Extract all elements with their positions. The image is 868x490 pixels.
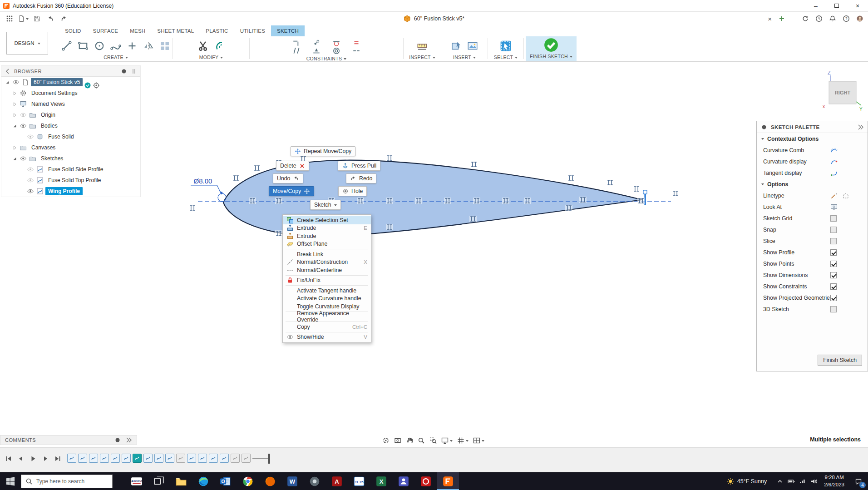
visibility-eye-icon[interactable]: [20, 155, 27, 162]
browser-item-named-views[interactable]: Named Views: [1, 99, 140, 109]
group-label-constraints[interactable]: CONSTRAINTS: [306, 56, 347, 61]
group-label-modify[interactable]: MODIFY: [199, 54, 223, 60]
tool-measure-button[interactable]: [417, 40, 428, 51]
context-menu-item-fix-unfix[interactable]: Fix/UnFix: [283, 277, 371, 285]
move-copy-button[interactable]: Move/Copy: [269, 186, 314, 196]
file-menu-button[interactable]: [17, 13, 29, 25]
timeline-feature-1[interactable]: [67, 454, 76, 463]
sync-icon[interactable]: [84, 82, 91, 89]
help-icon[interactable]: ?: [843, 15, 850, 22]
timeline-feature-4[interactable]: [100, 454, 109, 463]
browser-grip-icon[interactable]: [130, 68, 138, 75]
constraint-glyph[interactable]: [633, 186, 640, 192]
visibility-eye-icon[interactable]: [20, 111, 27, 119]
timeline-feature-8[interactable]: [143, 454, 153, 463]
constraint-glyph[interactable]: [470, 161, 478, 168]
constraint-glyph[interactable]: [386, 198, 393, 204]
browser-item-origin[interactable]: Origin: [1, 109, 140, 120]
tool-trim-button[interactable]: [197, 40, 208, 51]
constraint-glyph[interactable]: [386, 155, 393, 161]
constraint-glyph[interactable]: [275, 198, 282, 204]
browser-options-icon[interactable]: [120, 68, 128, 75]
visibility-eye-icon[interactable]: [27, 188, 34, 195]
nav-pan-button[interactable]: [406, 437, 413, 444]
constraint-glyph[interactable]: [637, 198, 645, 204]
3d-sketch-checkbox[interactable]: [830, 306, 837, 312]
constraint-glyph[interactable]: [189, 205, 196, 211]
tool-circle-button[interactable]: [94, 40, 105, 51]
constraint-glyph[interactable]: [232, 175, 240, 181]
palette-section-contextual-options[interactable]: Contextual Options: [757, 133, 868, 144]
browser-header[interactable]: BROWSER: [1, 66, 140, 77]
group-label-finish-sketch[interactable]: FINISH SKETCH: [530, 54, 572, 59]
taskbar-app-taskview[interactable]: [148, 472, 170, 490]
timeline-feature-14[interactable]: [209, 454, 218, 463]
timeline-feature-16[interactable]: [231, 454, 240, 463]
expander-icon[interactable]: [12, 156, 18, 162]
tool-canvas-button[interactable]: [467, 40, 478, 51]
timeline-feature-5[interactable]: [111, 454, 120, 463]
tl-next-button[interactable]: [40, 454, 50, 464]
taskbar-app-firefox[interactable]: [259, 472, 281, 490]
taskbar-app-fusion[interactable]: [437, 472, 459, 490]
constraint-glyph[interactable]: [473, 198, 480, 204]
tl-prev-button[interactable]: [16, 454, 26, 464]
timeline-feature-7[interactable]: [133, 454, 142, 463]
taskbar-app-tl75[interactable]: TL75: [348, 472, 370, 490]
taskbar-app-chrome[interactable]: [237, 472, 259, 490]
tool-pattern-button[interactable]: [159, 40, 170, 51]
taskbar-app-amsted[interactable]: Amsted: [125, 472, 148, 490]
constraint-glyph[interactable]: [565, 205, 572, 211]
c-parallel-button[interactable]: [292, 47, 301, 55]
redo-button[interactable]: [58, 13, 70, 25]
expander-icon[interactable]: [5, 79, 10, 85]
trailing-edge-grip[interactable]: [643, 190, 647, 194]
taskbar-app-reader[interactable]: [414, 472, 437, 490]
show-constraints-checkbox[interactable]: [830, 283, 837, 290]
expander-icon[interactable]: [12, 145, 18, 151]
close-button[interactable]: ×: [847, 0, 868, 11]
context-menu-item-toggle-curvature-display[interactable]: Toggle Curvature Display: [283, 302, 371, 311]
hidden-icons-button[interactable]: [774, 478, 785, 485]
hole-button[interactable]: Hole: [338, 186, 367, 196]
maximize-button[interactable]: [826, 0, 847, 11]
browser-item-fuse-solid[interactable]: Fuse Solid: [1, 131, 140, 142]
context-menu-item-break-link[interactable]: Break Link: [283, 250, 371, 258]
taskbar-search-input[interactable]: Type here to search: [21, 475, 113, 488]
expander-icon[interactable]: [12, 101, 18, 107]
p-linetype-a-icon[interactable]: [830, 192, 838, 199]
browser-item-canvases[interactable]: Canvases: [1, 142, 140, 153]
timeline-feature-13[interactable]: [198, 454, 207, 463]
taskbar-app-word[interactable]: W: [281, 472, 303, 490]
save-button[interactable]: [31, 13, 43, 25]
tab-sheet-metal[interactable]: SHEET METAL: [151, 25, 200, 36]
c-concentric-button[interactable]: [332, 47, 340, 55]
constraint-glyph[interactable]: [567, 175, 575, 181]
browser-item-fuse-solid-side-profile[interactable]: Fuse Solid Side Profile: [1, 164, 140, 175]
context-menu-item-copy[interactable]: CopyCtrl+C: [283, 323, 371, 331]
repeat-move-copy-button[interactable]: Repeat Move/Copy: [291, 146, 355, 156]
c-horizvert-button[interactable]: [292, 39, 301, 47]
browser-item-60-fusion-stick-v5[interactable]: 60" Fusion Stick v5: [1, 77, 140, 88]
context-menu-item-offset-plane[interactable]: Offset Plane: [283, 240, 371, 248]
timeline-position-handle[interactable]: [268, 454, 270, 464]
visibility-eye-icon[interactable]: [27, 166, 34, 173]
constraint-glyph[interactable]: [444, 198, 451, 204]
sketch-grid-checkbox[interactable]: [830, 215, 837, 222]
timeline-feature-3[interactable]: [89, 454, 98, 463]
show-profile-checkbox[interactable]: [830, 249, 837, 256]
browser-item-document-settings[interactable]: Document Settings: [1, 88, 140, 99]
browser-item-sketches[interactable]: Sketches: [1, 153, 140, 164]
timeline-feature-2[interactable]: [78, 454, 87, 463]
p-curv-icon[interactable]: [830, 158, 838, 165]
group-label-inspect[interactable]: INSPECT: [409, 54, 435, 60]
expander-icon[interactable]: [12, 112, 18, 118]
constraint-glyph[interactable]: [524, 198, 531, 204]
browser-item-fuse-solid-top-profile[interactable]: Fuse Solid Top Profile: [1, 175, 140, 186]
action-center-button[interactable]: 4: [849, 472, 868, 490]
browser-item-wing-profile[interactable]: Wing Profile: [1, 186, 140, 197]
taskbar-app-snip[interactable]: [303, 472, 326, 490]
close-document-icon[interactable]: ×: [768, 15, 772, 23]
nav-orbit-button[interactable]: [382, 437, 390, 444]
press-pull-button[interactable]: Press Pull: [338, 161, 380, 171]
